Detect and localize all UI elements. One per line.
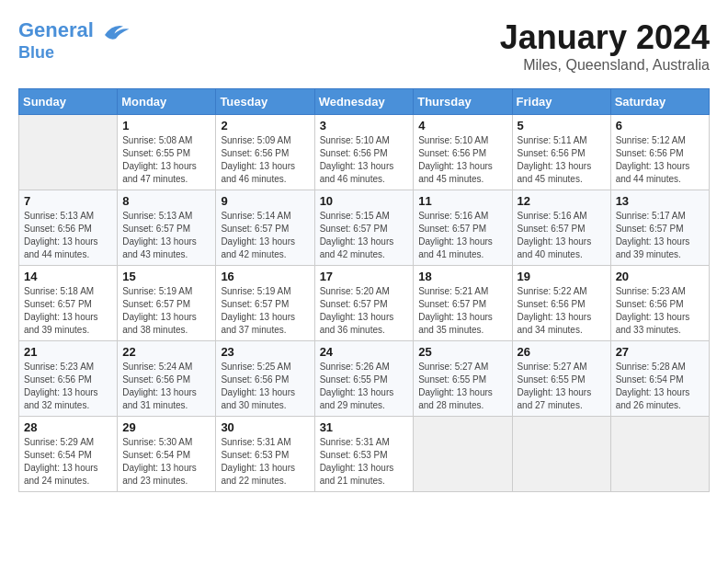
weekday-header-sunday: Sunday [19, 89, 118, 115]
day-info: Sunrise: 5:23 AM Sunset: 6:56 PM Dayligh… [616, 285, 704, 337]
day-number: 15 [122, 270, 210, 283]
calendar-cell: 19Sunrise: 5:22 AM Sunset: 6:56 PM Dayli… [512, 266, 610, 341]
day-number: 1 [122, 119, 210, 132]
day-info: Sunrise: 5:17 AM Sunset: 6:57 PM Dayligh… [616, 210, 704, 261]
day-info: Sunrise: 5:27 AM Sunset: 6:55 PM Dayligh… [418, 361, 506, 412]
calendar-cell: 26Sunrise: 5:27 AM Sunset: 6:55 PM Dayli… [512, 341, 610, 417]
calendar-body: 1Sunrise: 5:08 AM Sunset: 6:55 PM Daylig… [19, 115, 710, 492]
weekday-header-tuesday: Tuesday [216, 89, 314, 115]
day-info: Sunrise: 5:10 AM Sunset: 6:56 PM Dayligh… [320, 134, 409, 186]
day-number: 12 [518, 194, 606, 208]
day-number: 13 [616, 194, 704, 208]
day-info: Sunrise: 5:13 AM Sunset: 6:56 PM Dayligh… [24, 210, 112, 261]
calendar-cell: 22Sunrise: 5:24 AM Sunset: 6:56 PM Dayli… [118, 341, 216, 417]
day-number: 8 [122, 194, 210, 208]
calendar-cell: 23Sunrise: 5:25 AM Sunset: 6:56 PM Dayli… [216, 341, 314, 417]
day-number: 31 [320, 420, 409, 434]
calendar-cell: 10Sunrise: 5:15 AM Sunset: 6:57 PM Dayli… [314, 190, 414, 266]
calendar-cell: 6Sunrise: 5:12 AM Sunset: 6:56 PM Daylig… [610, 115, 709, 190]
weekday-header-saturday: Saturday [610, 89, 709, 115]
calendar-cell: 27Sunrise: 5:28 AM Sunset: 6:54 PM Dayli… [610, 341, 709, 417]
weekday-header-friday: Friday [512, 89, 610, 115]
day-number: 10 [320, 194, 409, 208]
day-info: Sunrise: 5:25 AM Sunset: 6:56 PM Dayligh… [221, 361, 309, 412]
day-number: 29 [122, 420, 210, 434]
logo-bird-icon [101, 18, 131, 44]
day-number: 16 [221, 270, 309, 283]
day-info: Sunrise: 5:28 AM Sunset: 6:54 PM Dayligh… [616, 361, 704, 412]
day-number: 14 [24, 270, 112, 283]
week-row-5: 28Sunrise: 5:29 AM Sunset: 6:54 PM Dayli… [19, 417, 710, 492]
day-info: Sunrise: 5:30 AM Sunset: 6:54 PM Dayligh… [122, 436, 210, 488]
calendar-cell: 24Sunrise: 5:26 AM Sunset: 6:55 PM Dayli… [314, 341, 414, 417]
day-number: 2 [221, 119, 309, 132]
calendar-cell: 8Sunrise: 5:13 AM Sunset: 6:57 PM Daylig… [118, 190, 216, 266]
day-info: Sunrise: 5:11 AM Sunset: 6:56 PM Dayligh… [518, 134, 606, 186]
day-info: Sunrise: 5:27 AM Sunset: 6:55 PM Dayligh… [518, 361, 606, 412]
calendar-cell: 5Sunrise: 5:11 AM Sunset: 6:56 PM Daylig… [512, 115, 610, 190]
calendar-cell: 13Sunrise: 5:17 AM Sunset: 6:57 PM Dayli… [610, 190, 709, 266]
calendar-title: January 2024 [500, 18, 710, 57]
day-info: Sunrise: 5:10 AM Sunset: 6:56 PM Dayligh… [418, 134, 506, 186]
day-number: 5 [518, 119, 606, 132]
day-info: Sunrise: 5:15 AM Sunset: 6:57 PM Dayligh… [320, 210, 409, 261]
day-number: 24 [320, 345, 409, 359]
day-number: 21 [24, 345, 112, 359]
calendar-cell: 25Sunrise: 5:27 AM Sunset: 6:55 PM Dayli… [414, 341, 512, 417]
day-number: 9 [221, 194, 309, 208]
day-info: Sunrise: 5:09 AM Sunset: 6:56 PM Dayligh… [221, 134, 309, 186]
day-number: 22 [122, 345, 210, 359]
day-info: Sunrise: 5:31 AM Sunset: 6:53 PM Dayligh… [320, 436, 409, 488]
day-info: Sunrise: 5:12 AM Sunset: 6:56 PM Dayligh… [616, 134, 704, 186]
day-info: Sunrise: 5:24 AM Sunset: 6:56 PM Dayligh… [122, 361, 210, 412]
day-number: 3 [320, 119, 409, 132]
calendar-cell: 12Sunrise: 5:16 AM Sunset: 6:57 PM Dayli… [512, 190, 610, 266]
day-number: 30 [221, 420, 309, 434]
calendar-cell [610, 417, 709, 492]
day-info: Sunrise: 5:20 AM Sunset: 6:57 PM Dayligh… [320, 285, 409, 337]
day-info: Sunrise: 5:16 AM Sunset: 6:57 PM Dayligh… [518, 210, 606, 261]
calendar-cell: 1Sunrise: 5:08 AM Sunset: 6:55 PM Daylig… [118, 115, 216, 190]
calendar-cell: 15Sunrise: 5:19 AM Sunset: 6:57 PM Dayli… [118, 266, 216, 341]
day-info: Sunrise: 5:29 AM Sunset: 6:54 PM Dayligh… [24, 436, 112, 488]
day-number: 6 [616, 119, 704, 132]
day-info: Sunrise: 5:22 AM Sunset: 6:56 PM Dayligh… [518, 285, 606, 337]
week-row-1: 1Sunrise: 5:08 AM Sunset: 6:55 PM Daylig… [19, 115, 710, 190]
calendar-cell: 14Sunrise: 5:18 AM Sunset: 6:57 PM Dayli… [19, 266, 118, 341]
calendar-cell: 21Sunrise: 5:23 AM Sunset: 6:56 PM Dayli… [19, 341, 118, 417]
calendar-cell: 29Sunrise: 5:30 AM Sunset: 6:54 PM Dayli… [118, 417, 216, 492]
day-number: 4 [418, 119, 506, 132]
day-info: Sunrise: 5:13 AM Sunset: 6:57 PM Dayligh… [122, 210, 210, 261]
day-number: 18 [418, 270, 506, 283]
calendar-table: SundayMondayTuesdayWednesdayThursdayFrid… [18, 88, 710, 492]
weekday-header-monday: Monday [118, 89, 216, 115]
calendar-cell [19, 115, 118, 190]
week-row-3: 14Sunrise: 5:18 AM Sunset: 6:57 PM Dayli… [19, 266, 710, 341]
calendar-cell [512, 417, 610, 492]
week-row-2: 7Sunrise: 5:13 AM Sunset: 6:56 PM Daylig… [19, 190, 710, 266]
logo-text2: Blue [18, 44, 131, 63]
calendar-cell [414, 417, 512, 492]
calendar-cell: 18Sunrise: 5:21 AM Sunset: 6:57 PM Dayli… [414, 266, 512, 341]
day-info: Sunrise: 5:31 AM Sunset: 6:53 PM Dayligh… [221, 436, 309, 488]
logo-text: General [18, 18, 131, 44]
day-number: 23 [221, 345, 309, 359]
weekday-header-thursday: Thursday [414, 89, 512, 115]
day-info: Sunrise: 5:16 AM Sunset: 6:57 PM Dayligh… [418, 210, 506, 261]
weekday-header-wednesday: Wednesday [314, 89, 414, 115]
day-number: 26 [518, 345, 606, 359]
day-info: Sunrise: 5:08 AM Sunset: 6:55 PM Dayligh… [122, 134, 210, 186]
calendar-cell: 16Sunrise: 5:19 AM Sunset: 6:57 PM Dayli… [216, 266, 314, 341]
day-number: 7 [24, 194, 112, 208]
day-info: Sunrise: 5:21 AM Sunset: 6:57 PM Dayligh… [418, 285, 506, 337]
calendar-cell: 3Sunrise: 5:10 AM Sunset: 6:56 PM Daylig… [314, 115, 414, 190]
title-block: January 2024 Miles, Queensland, Australi… [500, 18, 710, 74]
calendar-cell: 4Sunrise: 5:10 AM Sunset: 6:56 PM Daylig… [414, 115, 512, 190]
calendar-cell: 17Sunrise: 5:20 AM Sunset: 6:57 PM Dayli… [314, 266, 414, 341]
day-number: 11 [418, 194, 506, 208]
day-number: 20 [616, 270, 704, 283]
calendar-cell: 28Sunrise: 5:29 AM Sunset: 6:54 PM Dayli… [19, 417, 118, 492]
day-info: Sunrise: 5:18 AM Sunset: 6:57 PM Dayligh… [24, 285, 112, 337]
day-info: Sunrise: 5:26 AM Sunset: 6:55 PM Dayligh… [320, 361, 409, 412]
calendar-cell: 2Sunrise: 5:09 AM Sunset: 6:56 PM Daylig… [216, 115, 314, 190]
